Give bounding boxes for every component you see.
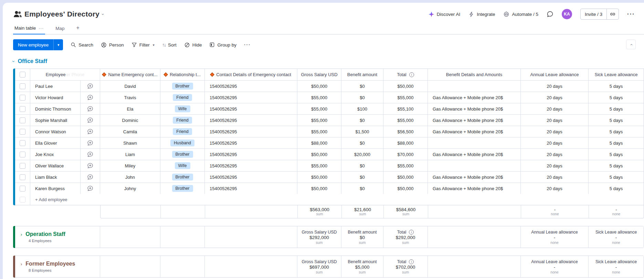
total-cell[interactable]: $88,000 — [383, 137, 428, 148]
relationship-cell[interactable]: Friend — [160, 115, 205, 126]
total-cell[interactable]: $55,000 — [383, 115, 428, 126]
collapse-header-button[interactable]: › — [626, 40, 636, 49]
group-former-employees-title[interactable]: Former Employees — [25, 261, 75, 267]
emergency-name-cell[interactable]: Johny — [100, 183, 160, 194]
emergency-name-cell[interactable]: Ela — [100, 103, 160, 114]
table-row[interactable]: Connor Watson Camila Friend 15400526295 … — [15, 126, 644, 137]
table-row[interactable]: Dominic Thomson Ela Wife 15400526295 $55… — [15, 103, 644, 115]
row-checkbox[interactable] — [15, 137, 30, 148]
benefit-details-cell[interactable] — [428, 137, 521, 148]
table-row[interactable]: Karen Burgess Johny Brother 15400526295 … — [15, 183, 644, 194]
employee-name-cell[interactable]: Victor Howard — [30, 92, 81, 103]
benefit-details-cell[interactable] — [428, 81, 521, 92]
benefit-details-cell[interactable]: Gas Allowance + Mobile phone 20$ — [428, 149, 521, 160]
relationship-cell[interactable]: Friend — [160, 92, 205, 103]
benefit-details-cell[interactable]: Gas Allowance + Mobile phone 20$ — [428, 115, 521, 126]
column-header-benefit-details[interactable]: Benefit Details and Amounts — [428, 69, 521, 80]
total-cell[interactable]: $50,000 — [383, 81, 428, 92]
gross-salary-sum[interactable]: $563,000sum — [298, 205, 342, 218]
row-checkbox[interactable] — [15, 115, 30, 126]
group-office-staff-title[interactable]: Office Staff — [18, 58, 47, 64]
emergency-name-cell[interactable]: Travis — [100, 92, 160, 103]
collapsed-annual-leave[interactable]: Annual Leave allowance - none — [521, 226, 589, 248]
select-all-checkbox[interactable] — [15, 69, 30, 80]
emergency-name-cell[interactable]: David — [100, 81, 160, 92]
integrate-button[interactable]: Integrate — [468, 11, 495, 17]
relationship-cell[interactable]: Brother — [160, 149, 205, 160]
group-former-employees-header[interactable]: › Former Employees 8 Employees — [15, 256, 100, 277]
gross-salary-cell[interactable]: $50,000 — [297, 183, 341, 194]
annual-leave-cell[interactable]: 20 days — [521, 126, 589, 137]
collapsed-annual-leave[interactable]: Annual Leave allowance - none — [521, 256, 589, 277]
table-row[interactable]: Oliver Wallace Miley Wife 15400526295 $5… — [15, 160, 644, 172]
annual-leave-cell[interactable]: 20 days — [521, 81, 589, 92]
table-row[interactable]: Joe Knox Liam Brother 15400526295 $50,00… — [15, 149, 644, 160]
copy-link-button[interactable] — [606, 9, 619, 19]
benefit-details-cell[interactable]: Gas Allowance + Mobile phone 20$ — [428, 183, 521, 194]
annual-leave-cell[interactable]: 20 days — [521, 160, 589, 171]
total-cell[interactable]: $70,000 — [383, 149, 428, 160]
hide-button[interactable]: Hide — [184, 42, 202, 48]
gross-salary-cell[interactable]: $88,000 — [297, 137, 341, 148]
benefit-details-cell[interactable] — [428, 160, 521, 171]
gross-salary-cell[interactable]: $50,000 — [297, 81, 341, 92]
automate-button[interactable]: Automate / 5 — [503, 11, 538, 17]
row-checkbox[interactable] — [15, 81, 30, 92]
gross-salary-cell[interactable]: $55,000 — [297, 115, 341, 126]
avatar[interactable]: KA — [562, 9, 572, 19]
employee-name-cell[interactable]: Liam Black — [30, 172, 81, 183]
gross-salary-cell[interactable]: $55,000 — [297, 160, 341, 171]
column-header-relationship[interactable]: Relationship t... — [160, 69, 205, 80]
relationship-cell[interactable]: Brother — [160, 81, 205, 92]
benefit-amount-cell[interactable]: $0 — [341, 137, 383, 148]
discover-ai-button[interactable]: Discover AI — [429, 11, 460, 17]
table-row[interactable]: Victor Howard Travis Friend 15400526295 … — [15, 92, 644, 103]
sick-leave-cell[interactable]: 5 days — [589, 137, 644, 148]
filter-button[interactable]: Filter ▾ — [131, 42, 155, 48]
sick-leave-cell[interactable]: 5 days — [589, 115, 644, 126]
add-employee-button[interactable]: + Add employee — [30, 194, 644, 205]
benefit-details-cell[interactable]: Gas Allowance + Mobile phone 20$ — [428, 126, 521, 137]
emergency-name-cell[interactable]: Shawn — [100, 137, 160, 148]
new-employee-button[interactable]: New employee — [13, 39, 53, 50]
gross-salary-cell[interactable]: $55,000 — [297, 126, 341, 137]
benefit-amount-cell[interactable]: $0 — [341, 172, 383, 183]
add-update-button[interactable] — [81, 126, 100, 137]
table-row[interactable]: Liam Black John Brother 15400526295 $50,… — [15, 172, 644, 183]
sick-leave-sum[interactable]: -none — [589, 205, 644, 218]
annual-leave-cell[interactable]: 20 days — [521, 172, 589, 183]
new-employee-caret[interactable]: ▾ — [53, 39, 63, 50]
emergency-name-cell[interactable]: Dominic — [100, 115, 160, 126]
benefit-amount-cell[interactable]: $0 — [341, 92, 383, 103]
benefit-amount-cell[interactable]: $20,000 — [341, 149, 383, 160]
column-header-emergency-name[interactable]: Name Emergency cont... — [100, 69, 160, 80]
add-update-button[interactable] — [81, 81, 100, 92]
employee-name-cell[interactable]: Connor Watson — [30, 126, 81, 137]
total-cell[interactable]: $55,000 — [383, 92, 428, 103]
sick-leave-cell[interactable]: 5 days — [589, 103, 644, 114]
contact-cell[interactable]: 15400526295 — [205, 92, 297, 103]
total-cell[interactable]: $55,100 — [383, 103, 428, 114]
row-checkbox[interactable] — [15, 160, 30, 171]
tab-main-table[interactable]: Main table ··· — [13, 25, 45, 34]
add-employee-row[interactable]: + Add employee — [15, 194, 644, 205]
add-update-button[interactable] — [81, 115, 100, 126]
info-icon[interactable]: i — [409, 72, 414, 77]
employee-name-cell[interactable]: Sophie Marshall — [30, 115, 81, 126]
tab-menu-icon[interactable]: ··· — [39, 26, 44, 31]
emergency-name-cell[interactable]: Camila — [100, 126, 160, 137]
group-expand-chevron-icon[interactable]: › — [21, 232, 22, 237]
column-header-contact[interactable]: Contact Details of Emergency contact — [205, 69, 297, 80]
sick-leave-cell[interactable]: 5 days — [589, 126, 644, 137]
group-collapse-chevron-icon[interactable]: › — [11, 61, 17, 62]
sick-leave-cell[interactable]: 5 days — [589, 92, 644, 103]
tab-map[interactable]: Map — [54, 26, 66, 34]
row-checkbox[interactable] — [15, 149, 30, 160]
group-former-employees[interactable]: › Former Employees 8 Employees Gross Sal… — [13, 256, 644, 278]
add-view-button[interactable]: + — [75, 25, 81, 34]
collapsed-gross-sum[interactable]: Gross Salary USD $697,000 sum — [297, 256, 341, 277]
toolbar-more-menu[interactable]: ··· — [244, 42, 251, 48]
column-header-gross-salary[interactable]: Gross Salary USD — [297, 69, 341, 80]
add-update-button[interactable] — [81, 160, 100, 171]
contact-cell[interactable]: 15400526295 — [205, 172, 297, 183]
